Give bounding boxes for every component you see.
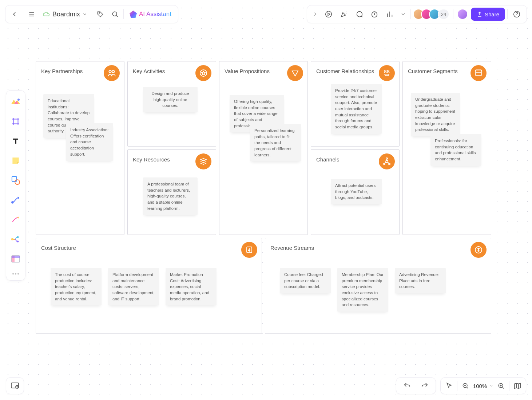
undo-redo-group: [396, 377, 436, 394]
sticky-note[interactable]: Course fee: Charged per course or via a …: [280, 268, 331, 293]
sticky-note[interactable]: Market Promotion Cost: Advertising expen…: [166, 268, 217, 305]
top-toolbar: Boardmix AI Assistant: [5, 5, 527, 23]
svg-point-20: [386, 160, 388, 163]
revenue-icon: [471, 242, 487, 258]
pointer-mode-button[interactable]: [444, 379, 453, 393]
svg-rect-6: [12, 177, 17, 181]
cell-cost-structure[interactable]: Cost Structure The cost of course produc…: [36, 238, 262, 334]
svg-point-16: [112, 70, 115, 73]
sticky-note[interactable]: Professionals: for continuing education …: [430, 134, 481, 166]
poll-button[interactable]: [383, 7, 397, 21]
celebrate-button[interactable]: [337, 7, 351, 21]
comment-button[interactable]: [352, 7, 366, 21]
map-view-button[interactable]: [513, 379, 522, 393]
svg-point-8: [12, 201, 13, 203]
zoom-in-button[interactable]: [496, 379, 505, 393]
sticky-note[interactable]: Undergraduate and graduate students: hop…: [411, 93, 460, 136]
sticky-note[interactable]: Provide 24/7 customer service and techni…: [331, 84, 382, 134]
relationships-icon: [379, 65, 395, 81]
sticky-note[interactable]: Membership Plan: Our premium membership …: [337, 268, 388, 312]
svg-point-18: [385, 70, 386, 72]
timer-button[interactable]: [368, 7, 381, 21]
current-user-avatar[interactable]: [456, 9, 469, 20]
collaborator-avatars[interactable]: 24: [413, 9, 451, 20]
panel-collapse-button[interactable]: [310, 7, 320, 21]
sticky-note[interactable]: Personalized learning paths, tailored to…: [250, 124, 301, 161]
svg-point-1: [112, 12, 117, 16]
zoom-level-dropdown[interactable]: 100%: [473, 383, 493, 389]
cell-customer-segments[interactable]: Customer Segments Undergraduate and grad…: [402, 61, 491, 235]
svg-point-21: [384, 163, 385, 165]
segments-icon: [471, 65, 487, 81]
cell-customer-relationships[interactable]: Customer Relationships Provide 24/7 cust…: [311, 61, 400, 147]
share-icon: [477, 11, 483, 17]
svg-point-22: [389, 163, 390, 165]
cell-title: Cost Structure: [41, 245, 257, 251]
sticky-note[interactable]: Platform development and maintenance cos…: [108, 268, 159, 305]
channels-icon: [379, 153, 395, 169]
tag-button[interactable]: [94, 7, 107, 21]
mindmap-tool[interactable]: [8, 232, 23, 247]
present-button[interactable]: [322, 7, 336, 21]
cell-title: Revenue Streams: [270, 245, 486, 251]
sticky-note[interactable]: Attract potential users through YouTube,…: [331, 179, 382, 204]
svg-point-0: [99, 13, 100, 13]
share-button[interactable]: Share: [471, 8, 505, 21]
cell-revenue-streams[interactable]: Revenue Streams Course fee: Charged per …: [265, 238, 491, 334]
more-tools-button[interactable]: [398, 7, 408, 21]
svg-point-15: [109, 70, 111, 73]
more-tools[interactable]: [12, 271, 19, 277]
svg-point-19: [388, 70, 389, 72]
text-tool[interactable]: [8, 133, 23, 149]
zoom-level-label: 100%: [473, 383, 487, 389]
pen-tool[interactable]: [8, 212, 23, 227]
sticky-note[interactable]: The cost of course production includes: …: [51, 268, 102, 305]
sticky-note-tool[interactable]: [8, 153, 23, 168]
zoom-controls: 100%: [440, 377, 526, 394]
shape-tool[interactable]: [8, 173, 23, 188]
cost-icon: [241, 242, 257, 258]
chevron-down-icon: [489, 384, 493, 388]
sticky-note[interactable]: A professional team of teachers and lect…: [143, 177, 198, 215]
sticky-note[interactable]: Advertising Revenue: Place ads in free c…: [395, 268, 446, 293]
redo-button[interactable]: [417, 379, 433, 393]
svg-point-11: [17, 241, 19, 243]
cell-value-propositions[interactable]: Value Propositions Offering high-quality…: [219, 61, 308, 235]
templates-tool[interactable]: [8, 94, 23, 109]
left-toolbar: [6, 90, 25, 281]
zoom-out-button[interactable]: [461, 379, 470, 393]
cell-key-partnerships[interactable]: Key Partnerships Educational institution…: [36, 61, 124, 235]
ai-logo-icon: [130, 11, 137, 18]
business-model-canvas: Key Partnerships Educational institution…: [36, 61, 491, 334]
undo-button[interactable]: [399, 379, 415, 393]
sticky-note[interactable]: Design and produce high-quality online c…: [143, 87, 198, 112]
minimap-button[interactable]: [6, 377, 24, 394]
avatar-overflow-count: 24: [438, 9, 449, 20]
sticky-note[interactable]: Industry Association: Offers certificati…: [66, 123, 113, 161]
search-button[interactable]: [108, 7, 122, 21]
resources-icon: [195, 153, 211, 169]
svg-point-7: [15, 180, 20, 184]
board-name-dropdown[interactable]: Boardmix: [39, 10, 90, 18]
activities-icon: [195, 65, 211, 81]
cell-channels[interactable]: Channels Attract potential users through…: [311, 149, 400, 235]
svg-point-5: [17, 99, 20, 101]
svg-rect-9: [11, 238, 13, 240]
share-label: Share: [485, 11, 499, 17]
board-name-label: Boardmix: [52, 11, 80, 18]
svg-point-2: [326, 11, 332, 17]
help-button[interactable]: [510, 7, 524, 21]
frame-tool[interactable]: [8, 114, 23, 129]
connector-tool[interactable]: [8, 192, 23, 208]
cloud-icon: [42, 10, 50, 18]
chevron-down-icon: [82, 12, 87, 17]
ai-assistant-button[interactable]: AI Assistant: [125, 11, 176, 18]
svg-rect-24: [476, 71, 481, 76]
cell-key-resources[interactable]: Key Resources A professional team of tea…: [127, 149, 216, 235]
svg-point-23: [386, 158, 388, 159]
table-tool[interactable]: [8, 251, 23, 267]
back-button[interactable]: [8, 7, 21, 21]
menu-button[interactable]: [25, 7, 39, 21]
cell-key-activities[interactable]: Key Activities Design and produce high-q…: [127, 61, 216, 147]
svg-rect-14: [12, 256, 20, 258]
